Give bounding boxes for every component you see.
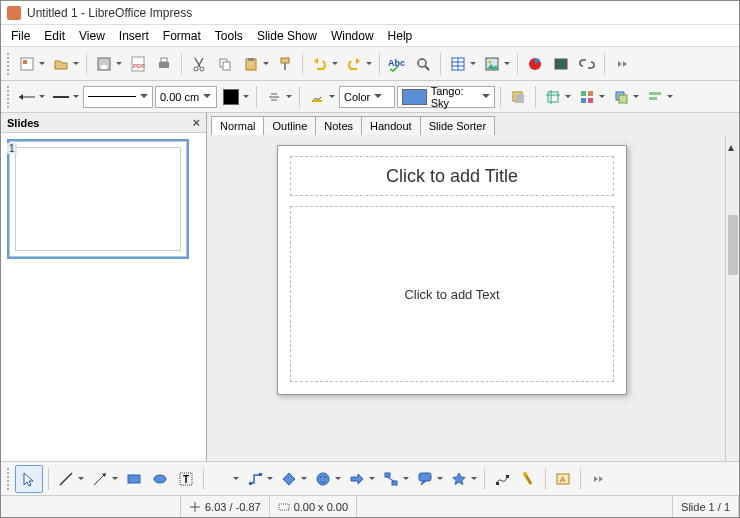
fill-color-name: Tango: Sky bbox=[431, 85, 478, 109]
flowchart-tool[interactable] bbox=[379, 467, 403, 491]
toolbar-handle[interactable] bbox=[7, 53, 11, 75]
slides-panel-title: Slides bbox=[7, 117, 39, 129]
tab-handout[interactable]: Handout bbox=[361, 116, 421, 135]
connector-tool[interactable] bbox=[243, 467, 267, 491]
text-placeholder[interactable]: Click to add Text bbox=[290, 206, 614, 382]
arrange-button[interactable] bbox=[609, 85, 633, 109]
clone-format-button[interactable] bbox=[273, 52, 297, 76]
toolbar-handle[interactable] bbox=[7, 468, 11, 490]
svg-rect-38 bbox=[588, 91, 593, 96]
more-button[interactable] bbox=[610, 52, 634, 76]
scroll-up-icon[interactable]: ▴ bbox=[728, 140, 738, 150]
menu-edit[interactable]: Edit bbox=[38, 27, 71, 45]
line-color[interactable] bbox=[219, 85, 243, 109]
tab-notes[interactable]: Notes bbox=[315, 116, 362, 135]
canvas-area[interactable]: Click to add Title Click to add Text bbox=[207, 135, 739, 461]
spellcheck-button[interactable]: Abc bbox=[385, 52, 409, 76]
align-button[interactable] bbox=[643, 85, 667, 109]
svg-rect-42 bbox=[619, 95, 627, 103]
svg-rect-11 bbox=[223, 62, 230, 70]
text-tool[interactable]: T bbox=[174, 467, 198, 491]
slide-canvas[interactable]: Click to add Title Click to add Text bbox=[277, 145, 627, 395]
print-button[interactable] bbox=[152, 52, 176, 76]
more-drawing[interactable] bbox=[586, 467, 610, 491]
fill-color-combo[interactable]: Tango: Sky bbox=[397, 86, 495, 108]
menu-view[interactable]: View bbox=[73, 27, 111, 45]
tab-normal[interactable]: Normal bbox=[211, 116, 264, 135]
cut-button[interactable] bbox=[187, 52, 211, 76]
basic-shapes-tool[interactable] bbox=[277, 467, 301, 491]
callout-tool[interactable] bbox=[413, 467, 437, 491]
save-button[interactable] bbox=[92, 52, 116, 76]
fill-mode-combo[interactable]: Color bbox=[339, 86, 395, 108]
window-title: Untitled 1 - LibreOffice Impress bbox=[27, 6, 192, 20]
area-style-button[interactable] bbox=[305, 85, 329, 109]
chart-button[interactable] bbox=[523, 52, 547, 76]
line-width-combo[interactable]: 0.00 cm bbox=[155, 86, 217, 108]
vertical-scrollbar[interactable]: ▴ bbox=[725, 135, 739, 461]
title-placeholder[interactable]: Click to add Title bbox=[290, 156, 614, 196]
status-coords-cell: 6.03 / -0.87 bbox=[181, 496, 270, 517]
line-arrow-style[interactable] bbox=[15, 85, 39, 109]
media-button[interactable] bbox=[549, 52, 573, 76]
svg-rect-31 bbox=[312, 100, 322, 102]
menu-insert[interactable]: Insert bbox=[113, 27, 155, 45]
toolbar-handle[interactable] bbox=[7, 86, 11, 108]
menu-file[interactable]: File bbox=[5, 27, 36, 45]
svg-rect-13 bbox=[248, 58, 254, 61]
line-style-combo[interactable] bbox=[83, 86, 153, 108]
stars-tool[interactable] bbox=[447, 467, 471, 491]
svg-rect-15 bbox=[284, 63, 286, 70]
svg-point-62 bbox=[523, 472, 527, 476]
work-area: Slides × 1 Normal Outline Notes Handout … bbox=[1, 113, 739, 461]
status-info bbox=[1, 496, 181, 517]
gluepoints-tool[interactable] bbox=[516, 467, 540, 491]
copy-button[interactable] bbox=[213, 52, 237, 76]
curve-tool[interactable] bbox=[209, 467, 233, 491]
undo-button[interactable] bbox=[308, 52, 332, 76]
status-bar: 6.03 / -0.87 0.00 x 0.00 Slide 1 / 1 bbox=[1, 495, 739, 517]
svg-point-8 bbox=[194, 67, 198, 71]
crop-button[interactable] bbox=[541, 85, 565, 109]
svg-point-9 bbox=[200, 67, 204, 71]
export-pdf-button[interactable]: PDF bbox=[126, 52, 150, 76]
find-button[interactable] bbox=[411, 52, 435, 76]
fontwork-tool[interactable]: A bbox=[551, 467, 575, 491]
paste-button[interactable] bbox=[239, 52, 263, 76]
menu-tools[interactable]: Tools bbox=[209, 27, 249, 45]
slide-thumbnail[interactable]: 1 bbox=[7, 139, 189, 259]
line-tool[interactable] bbox=[54, 467, 78, 491]
redo-button[interactable] bbox=[342, 52, 366, 76]
menu-window[interactable]: Window bbox=[325, 27, 380, 45]
menu-bar: File Edit View Insert Format Tools Slide… bbox=[1, 25, 739, 47]
menu-format[interactable]: Format bbox=[157, 27, 207, 45]
tab-slidesorter[interactable]: Slide Sorter bbox=[420, 116, 495, 135]
arrow-line-tool[interactable] bbox=[88, 467, 112, 491]
status-slide-cell: Slide 1 / 1 bbox=[673, 496, 739, 517]
select-tool[interactable] bbox=[15, 465, 43, 493]
scroll-thumb[interactable] bbox=[728, 215, 738, 275]
edit-points-tool[interactable] bbox=[490, 467, 514, 491]
menu-help[interactable]: Help bbox=[382, 27, 419, 45]
filter-button[interactable] bbox=[575, 85, 599, 109]
svg-rect-40 bbox=[588, 98, 593, 103]
table-button[interactable] bbox=[446, 52, 470, 76]
rectangle-tool[interactable] bbox=[122, 467, 146, 491]
open-button[interactable] bbox=[49, 52, 73, 76]
menu-slideshow[interactable]: Slide Show bbox=[251, 27, 323, 45]
svg-line-45 bbox=[60, 473, 72, 485]
block-arrows-tool[interactable] bbox=[345, 467, 369, 491]
symbol-shapes-tool[interactable] bbox=[311, 467, 335, 491]
shadow-toggle[interactable] bbox=[506, 85, 530, 109]
image-button[interactable] bbox=[480, 52, 504, 76]
main-area: Normal Outline Notes Handout Slide Sorte… bbox=[207, 113, 739, 461]
ellipse-tool[interactable] bbox=[148, 467, 172, 491]
tab-outline[interactable]: Outline bbox=[263, 116, 316, 135]
fill-color-swatch bbox=[402, 89, 427, 105]
svg-rect-1 bbox=[23, 60, 27, 64]
close-icon[interactable]: × bbox=[192, 115, 200, 130]
shadow-button[interactable] bbox=[262, 85, 286, 109]
new-button[interactable] bbox=[15, 52, 39, 76]
hyperlink-button[interactable] bbox=[575, 52, 599, 76]
line-style[interactable] bbox=[49, 85, 73, 109]
